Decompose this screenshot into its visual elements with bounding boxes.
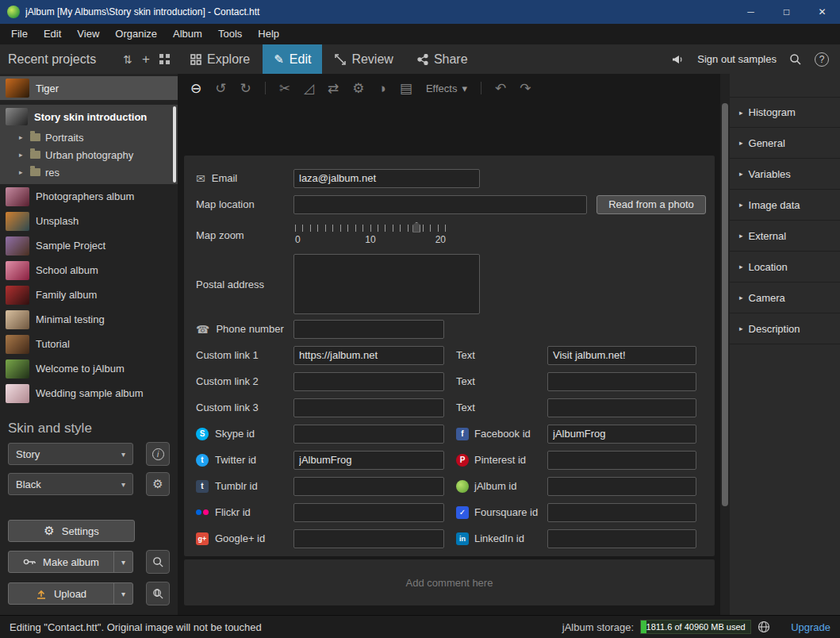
section-variables[interactable]: ▸ Variables	[730, 159, 840, 190]
maximize-button[interactable]: □	[769, 0, 804, 24]
undo-icon[interactable]: ↶	[495, 82, 506, 95]
section-histogram[interactable]: ▸ Histogram	[730, 97, 840, 128]
skype-id-field[interactable]	[293, 425, 444, 444]
project-item[interactable]: Photographers album	[0, 184, 178, 209]
menu-album[interactable]: Album	[165, 24, 210, 44]
jalbum-id-field[interactable]	[547, 477, 696, 496]
section-description[interactable]: ▸ Description	[730, 313, 840, 344]
section-general[interactable]: ▸ General	[730, 128, 840, 159]
tumblr-id-field[interactable]	[293, 477, 444, 496]
skin-select[interactable]: Story ▾	[8, 443, 133, 465]
project-item[interactable]: Wedding sample album	[0, 381, 178, 405]
preview-album-button[interactable]	[146, 550, 170, 574]
menu-organize[interactable]: Organize	[107, 24, 165, 44]
make-album-button[interactable]: Make album ▾	[8, 551, 133, 573]
flickr-id-field[interactable]	[293, 503, 444, 522]
adjust-gear-icon[interactable]: ⚙	[352, 82, 364, 95]
expander-icon[interactable]: ▸	[19, 168, 25, 176]
section-location[interactable]: ▸ Location	[730, 252, 840, 282]
facebook-id-field[interactable]	[547, 425, 696, 444]
skin-info-button[interactable]: i	[146, 442, 170, 466]
menu-file[interactable]: File	[3, 24, 36, 44]
search-icon[interactable]	[789, 53, 802, 66]
tab-explore[interactable]: Explore	[179, 44, 261, 74]
contrast-icon[interactable]: ◑	[378, 82, 386, 95]
style-select[interactable]: Black ▾	[8, 473, 133, 495]
custom-link-3-url-field[interactable]	[293, 398, 444, 417]
main-scrollbar-thumb[interactable]	[722, 103, 728, 506]
rotate-right-icon[interactable]: ↻	[240, 82, 251, 95]
section-external[interactable]: ▸ External	[730, 221, 840, 252]
grid-view-icon[interactable]	[159, 54, 170, 64]
flip-icon[interactable]: ⇄	[328, 82, 339, 95]
preview-in-browser-button[interactable]	[146, 582, 170, 605]
tab-review[interactable]: Review	[324, 44, 404, 74]
straighten-icon[interactable]: ◿	[304, 82, 314, 95]
menu-view[interactable]: View	[69, 24, 107, 44]
tab-edit[interactable]: ✎ Edit	[263, 44, 322, 74]
zoom-out-icon[interactable]: ⊖	[190, 82, 201, 95]
pinterest-id-field[interactable]	[547, 451, 696, 470]
sidebar-scrollbar-thumb[interactable]	[173, 106, 176, 183]
style-settings-button[interactable]: ⚙	[146, 472, 170, 496]
rotate-left-icon[interactable]: ↺	[215, 82, 226, 95]
sort-projects-icon[interactable]: ⇅	[123, 53, 132, 66]
project-item[interactable]: Unsplash	[0, 209, 178, 233]
help-icon[interactable]: ?	[815, 52, 829, 67]
section-image-data[interactable]: ▸ Image data	[730, 190, 840, 221]
custom-link-2-url-field[interactable]	[293, 372, 444, 391]
postal-address-input[interactable]	[293, 254, 480, 314]
phone-number-field[interactable]	[293, 320, 444, 339]
add-project-icon[interactable]: +	[142, 52, 150, 67]
custom-link-1-text-field[interactable]	[547, 346, 696, 365]
map-location-field[interactable]	[293, 195, 587, 214]
email-field[interactable]	[293, 169, 480, 188]
redo-icon[interactable]: ↷	[520, 82, 531, 95]
globe-icon[interactable]	[758, 621, 770, 633]
map-zoom-slider[interactable]: 0 10 20	[295, 225, 446, 246]
tree-item-portraits[interactable]: ▸ Portraits	[0, 129, 178, 146]
custom-link-3-label: Custom link 3	[196, 402, 293, 413]
project-item-tiger[interactable]: Tiger	[0, 76, 178, 100]
section-camera[interactable]: ▸ Camera	[730, 282, 840, 313]
project-item[interactable]: School album	[0, 258, 178, 282]
menu-help[interactable]: Help	[250, 24, 287, 44]
menu-tools[interactable]: Tools	[210, 24, 250, 44]
custom-link-1-url-field[interactable]	[293, 346, 444, 365]
twitter-id-field[interactable]	[293, 451, 444, 470]
foursquare-id-field[interactable]	[547, 503, 696, 522]
read-from-photo-button[interactable]: Read from a photo	[596, 195, 706, 214]
expander-icon[interactable]: ▸	[19, 133, 25, 141]
slider-handle[interactable]	[412, 222, 420, 233]
expander-icon[interactable]: ▸	[19, 151, 25, 159]
settings-button[interactable]: ⚙ Settings	[8, 520, 135, 542]
project-item[interactable]: Sample Project	[0, 233, 178, 258]
close-button[interactable]: ✕	[804, 0, 840, 24]
upload-dropdown[interactable]: ▾	[113, 583, 132, 604]
googleplus-id-field[interactable]	[293, 529, 444, 548]
effects-dropdown[interactable]: Effects ▾	[426, 83, 467, 94]
sign-out-link[interactable]: Sign out samples	[697, 53, 777, 65]
announcement-icon[interactable]	[672, 54, 685, 65]
linkedin-id-field[interactable]	[547, 529, 696, 548]
project-item[interactable]: Welcome to jAlbum	[0, 356, 178, 381]
menu-edit[interactable]: Edit	[36, 24, 69, 44]
minimize-button[interactable]: ─	[733, 0, 769, 24]
crop-icon[interactable]: ✂	[279, 82, 290, 95]
comment-input[interactable]: Add comment here	[184, 559, 715, 605]
main-scrollbar[interactable]	[720, 74, 730, 615]
custom-link-2-text-field[interactable]	[547, 372, 696, 391]
make-album-dropdown[interactable]: ▾	[113, 552, 132, 572]
tree-item-urban-photography[interactable]: ▸ Urban photography	[0, 146, 178, 163]
tab-share[interactable]: Share	[406, 44, 479, 74]
project-item[interactable]: Family album	[0, 282, 178, 307]
status-message: Editing "Contact.htt". Original image wi…	[10, 621, 262, 633]
tree-item-res[interactable]: ▸ res	[0, 163, 178, 181]
upgrade-link[interactable]: Upgrade	[791, 621, 830, 633]
upload-button[interactable]: Upload ▾	[8, 582, 133, 605]
tree-item-story-skin-introduction[interactable]: Story skin introduction	[0, 105, 178, 129]
custom-link-3-text-field[interactable]	[547, 398, 696, 417]
levels-icon[interactable]: ▤	[400, 82, 412, 95]
project-item[interactable]: Minimal testing	[0, 307, 178, 332]
project-item[interactable]: Tutorial	[0, 332, 178, 356]
